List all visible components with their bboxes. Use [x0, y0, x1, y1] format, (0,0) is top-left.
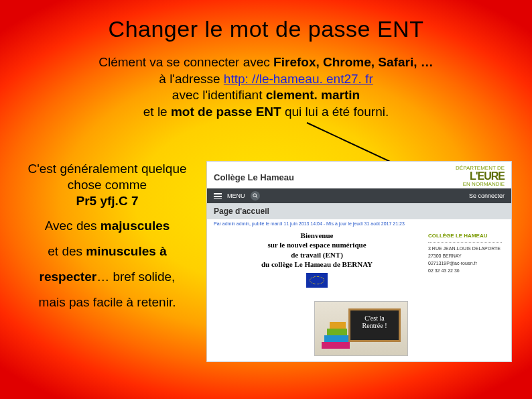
- welcome-l3: de travail (ENT): [291, 251, 343, 259]
- logo-big: L'EURE: [456, 171, 505, 182]
- welcome-l2: sur le nouvel espace numérique: [267, 241, 366, 249]
- svg-point-0: [253, 194, 256, 197]
- svg-line-1: [255, 196, 257, 198]
- search-icon[interactable]: [251, 191, 260, 201]
- welcome-l4: du collège Le Hameau de BERNAY: [261, 260, 373, 268]
- intro-text: Clément va se connecter avec Firefox, Ch…: [20, 54, 512, 121]
- chalkboard-icon: C'est la Rentrée !: [348, 308, 401, 342]
- intro-l3a: avec l'identifiant: [172, 88, 266, 102]
- welcome-block: Bienvenue sur le nouvel espace numérique…: [214, 231, 420, 288]
- contact-email: 0271319P@ac-rouen.fr: [428, 260, 502, 267]
- slide: Changer le mot de passe ENT Clément va s…: [0, 0, 532, 399]
- p2a: Avec des: [45, 219, 101, 233]
- p4a: respecter: [40, 270, 97, 284]
- p3a: et des: [48, 244, 86, 258]
- contact-addr2: 27300 BERNAY: [428, 252, 502, 260]
- intro-l4c: qui lui a été fourni.: [281, 105, 389, 119]
- intro-l2a: à l'adresse: [159, 72, 224, 86]
- menu-bar: MENU Se connecter: [207, 188, 511, 203]
- intro-l1a: Clément va se connecter avec: [98, 55, 273, 69]
- p1a: C'est généralement quelque chose comme: [27, 162, 186, 192]
- p1b: Pr5 yfj.C 7: [76, 194, 139, 208]
- p5: mais pas facile à retenir.: [20, 294, 194, 310]
- books-icon: [322, 322, 351, 351]
- rentree-image: C'est la Rentrée !: [314, 301, 408, 356]
- p3b: minuscules à: [86, 244, 166, 258]
- contact-header: COLLÈGE LE HAMEAU: [428, 232, 502, 243]
- contact-block: COLLÈGE LE HAMEAU 3 RUE JEAN-LOUIS DELAP…: [425, 231, 505, 288]
- rentree-l2: Rentrée !: [362, 322, 387, 329]
- intro-l4b: mot de passe ENT: [171, 105, 281, 119]
- rentree-l1: C'est la: [364, 315, 384, 322]
- left-column: C'est généralement quelque chose comme P…: [20, 161, 194, 362]
- page-title: Changer le mot de passe ENT: [20, 16, 512, 42]
- site-title: Collège Le Hameau: [214, 172, 294, 182]
- contact-tel: 02 32 43 22 36: [428, 267, 502, 274]
- intro-l3b: clement. martin: [266, 88, 360, 102]
- eure-logo: DÉPARTEMENT DE L'EURE EN NORMANDIE: [456, 166, 505, 187]
- menu-label[interactable]: MENU: [227, 192, 245, 199]
- ent-screenshot: Collège Le Hameau DÉPARTEMENT DE L'EURE …: [206, 161, 512, 362]
- welcome-l1: Bienvenue: [301, 231, 334, 239]
- intro-l1b: Firefox, Chrome, Safari, …: [273, 55, 434, 69]
- p4b: … bref solide,: [96, 270, 175, 284]
- page-meta: Par admin admin, publié le mardi 11 juin…: [207, 219, 511, 228]
- eu-flag-icon: [306, 273, 328, 288]
- login-link[interactable]: Se connecter: [469, 192, 505, 199]
- ent-url-link[interactable]: http: //le-hameau. ent27. fr: [224, 72, 373, 86]
- logo-small2: EN NORMANDIE: [463, 181, 505, 187]
- p2b: majuscules: [101, 219, 170, 233]
- contact-addr1: 3 RUE JEAN-LOUIS DELAPORTE: [428, 245, 502, 252]
- hamburger-icon[interactable]: [214, 193, 222, 199]
- page-accueil-heading: Page d'accueil: [207, 203, 511, 219]
- intro-l4a: et le: [143, 105, 171, 119]
